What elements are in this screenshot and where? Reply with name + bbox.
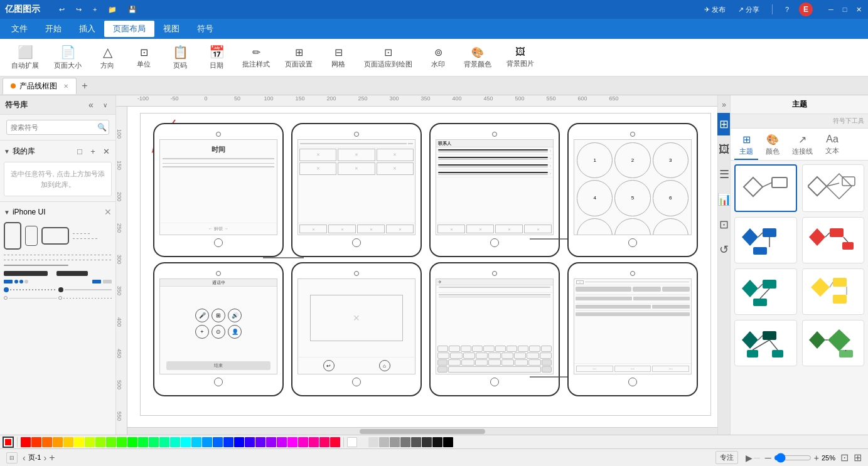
expand-arrow[interactable]: » [722,100,726,109]
theme-card-5[interactable] [734,268,797,315]
color-swatch[interactable] [63,437,73,447]
toolbar-annotation-style[interactable]: ✏ 批注样式 [237,44,275,71]
maximize-btn[interactable]: □ [840,5,849,14]
phone-8-settings[interactable]: ✕ [567,262,698,396]
color-swatch[interactable] [266,437,276,447]
color-swatch[interactable] [358,437,368,447]
theme-card-3[interactable] [734,217,797,263]
color-picker-btn[interactable] [3,437,14,448]
bottom-scrollbar[interactable] [127,427,717,435]
color-swatch[interactable] [21,437,31,447]
color-swatch[interactable] [74,437,84,447]
theme-card-1[interactable] [734,164,797,212]
theme-card-4[interactable] [802,217,865,263]
color-swatch[interactable] [422,437,432,447]
phone-1-lockscreen[interactable]: 时间 ← 解锁 → [153,123,284,257]
color-swatch[interactable] [245,437,255,447]
color-swatch[interactable] [223,437,233,447]
canvas-area[interactable]: -100 -50 0 50 100 150 200 250 300 350 40… [116,95,717,435]
color-swatch[interactable] [127,437,137,447]
theme-card-8[interactable] [802,320,865,366]
panel-collapse-left[interactable]: « [85,99,97,110]
toolbar-bg-color[interactable]: 🎨 背景颜色 [459,44,496,71]
phone-6-maps[interactable]: ✕ ↩ ⌂ [291,262,422,396]
toolbar-watermark[interactable]: ⊚ 水印 [422,44,454,71]
color-swatch[interactable] [379,437,389,447]
toolbar-page-settings[interactable]: ⊞ 页面设置 [280,44,318,71]
symbol-phone-wide[interactable] [41,227,69,245]
r-tab-theme[interactable]: ⊞ 主题 [734,131,758,160]
color-swatch[interactable] [443,437,453,447]
canvas-content[interactable]: 时间 ← 解锁 → [127,107,717,435]
symbol-phone-portrait[interactable] [4,222,21,250]
search-input[interactable] [11,124,97,131]
color-swatch[interactable] [138,437,148,447]
toolbar-fit-page[interactable]: ⊡ 页面适应到绘图 [359,44,417,71]
iphone-section-close[interactable]: ✕ [104,207,112,217]
toolbar-page-size[interactable]: 📄 页面大小 [49,42,87,73]
page-prev[interactable]: ‹ [23,453,26,463]
new-tab-btn[interactable]: + [90,4,99,14]
toolbar-direction[interactable]: △ 方向 [92,42,123,73]
color-swatch[interactable] [53,437,63,447]
page-thumbnail-btn[interactable]: ⊟ [6,452,18,463]
undo-btn[interactable]: ↩ [56,4,67,15]
fullscreen-btn[interactable]: ⊞ [854,452,862,463]
menu-symbol[interactable]: 符号 [188,21,222,37]
panel-chevron-down[interactable]: ∨ [99,99,110,110]
play-btn[interactable]: ▶ [746,453,753,463]
color-swatch[interactable] [191,437,201,447]
color-swatch[interactable] [390,437,400,447]
phone-3-contacts[interactable]: 联系人 › [429,123,560,257]
color-swatch[interactable] [31,437,41,447]
color-swatch[interactable] [298,437,308,447]
publish-btn[interactable]: ✈ 发布 [702,4,728,16]
color-swatch[interactable] [117,437,127,447]
color-swatch[interactable] [432,437,442,447]
menu-start[interactable]: 开始 [36,21,70,37]
color-swatch[interactable] [213,437,223,447]
color-swatch[interactable] [400,437,410,447]
fit-screen-btn[interactable]: ⊡ [840,452,849,463]
toolbar-auto-expand[interactable]: ⬜ 自动扩展 [6,42,44,73]
phone-5-call[interactable]: 通话中 🎤 ⊞ 🔊 + [153,262,284,396]
color-swatch[interactable] [42,437,52,447]
r-tab-color[interactable]: 🎨 颜色 [761,131,785,160]
zoom-out-btn[interactable]: ─ [765,453,771,463]
open-file-btn[interactable]: 📁 [105,4,119,15]
library-export-btn[interactable]: □ [74,146,85,157]
theme-card-6[interactable] [802,268,865,315]
toolbar-bg-image[interactable]: 🖼 背景图片 [501,44,539,71]
phone-2-app-grid[interactable]: ✕ ✕ ✕ ✕ ✕ ✕ ✕ [291,123,422,257]
color-swatch[interactable] [85,437,95,447]
color-swatch[interactable] [202,437,212,447]
tab-product-wireframe[interactable]: 产品线框图 ✕ [3,78,77,94]
user-avatar[interactable]: E [799,3,813,16]
toolbar-grid[interactable]: ⊟ 网格 [323,44,354,71]
color-swatch[interactable] [106,437,116,447]
library-close-btn[interactable]: ✕ [100,146,112,157]
menu-file[interactable]: 文件 [3,21,36,37]
phone-7-keyboard[interactable]: ✈ [429,262,560,396]
toolbar-date[interactable]: 📅 日期 [201,42,232,73]
color-swatch[interactable] [330,437,340,447]
color-swatch[interactable] [411,437,421,447]
menu-insert[interactable]: 插入 [70,21,104,37]
page-add[interactable]: + [49,452,55,463]
zoom-in-btn[interactable]: + [814,453,819,463]
color-swatch[interactable] [149,437,159,447]
color-swatch[interactable] [234,437,244,447]
page-next[interactable]: › [43,453,46,463]
color-swatch[interactable] [347,437,357,447]
color-swatch[interactable] [277,437,287,447]
toolbar-page-num[interactable]: 📋 页码 [164,42,196,73]
color-swatch[interactable] [170,437,180,447]
tab-add-btn[interactable]: + [78,79,92,93]
color-swatch[interactable] [159,437,169,447]
focus-btn[interactable]: 专注 [715,451,738,464]
help-btn[interactable]: ? [783,4,791,14]
color-swatch[interactable] [287,437,297,447]
symbol-phone-narrow[interactable] [25,226,38,246]
color-swatch[interactable] [95,437,105,447]
toolbar-unit[interactable]: ⊡ 单位 [128,44,159,71]
